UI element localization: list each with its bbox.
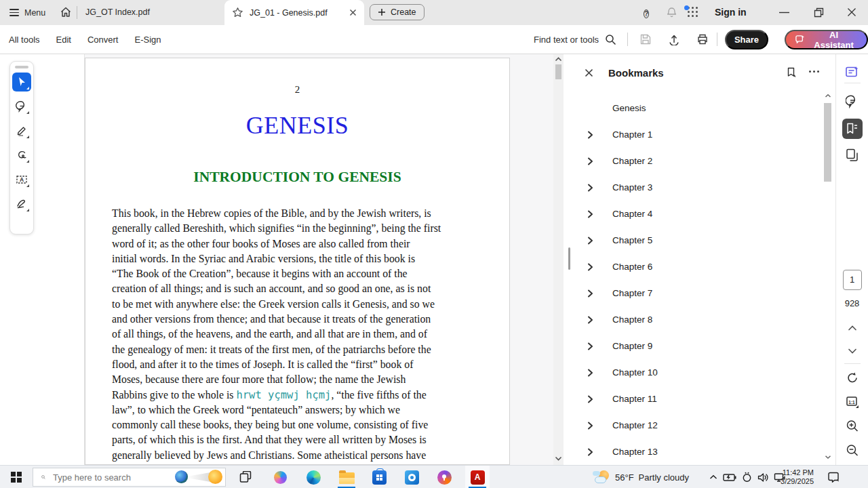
avast-button[interactable] — [435, 466, 454, 488]
tray-app-status[interactable] — [742, 466, 752, 488]
search-input[interactable] — [52, 472, 174, 483]
fill-sign-tool[interactable] — [12, 195, 31, 214]
current-page-input[interactable]: 1 — [843, 270, 862, 290]
bookmark-item[interactable]: Chapter 11 — [573, 386, 819, 412]
search-doodle-eclipse[interactable] — [174, 469, 224, 485]
convert-menu[interactable]: Convert — [87, 35, 119, 45]
ai-assistant-button[interactable]: AI Assistant — [785, 30, 868, 49]
bookmark-item[interactable]: Chapter 3 — [573, 174, 819, 201]
print-button[interactable] — [696, 33, 709, 45]
bookmark-item[interactable]: Chapter 7 — [573, 280, 819, 306]
scroll-up-icon[interactable] — [825, 94, 831, 98]
tray-expand-button[interactable] — [709, 466, 717, 488]
scroll-up-icon[interactable] — [555, 57, 562, 62]
weather-widget[interactable]: 56°F Partly cloudy — [593, 466, 689, 488]
select-text-tool[interactable]: A — [12, 170, 31, 189]
chevron-right-icon[interactable] — [587, 131, 595, 139]
acrobat-button[interactable]: A — [465, 466, 490, 488]
clock-widget[interactable]: 11:42 PM 3/29/2025 — [780, 466, 814, 488]
zoom-in-button[interactable] — [846, 420, 859, 432]
close-panel-button[interactable] — [585, 68, 593, 77]
tab-active-document[interactable]: JG_01 - Genesis.pdf — [224, 0, 364, 25]
select-tool[interactable] — [12, 73, 31, 92]
panel-options-button[interactable] — [809, 70, 819, 73]
task-view-button[interactable] — [236, 466, 255, 488]
battery-status[interactable] — [723, 466, 736, 488]
bookmark-item[interactable]: Chapter 9 — [573, 333, 819, 359]
scroll-down-icon[interactable] — [555, 456, 562, 461]
scrollbar-thumb[interactable] — [555, 64, 561, 79]
chevron-right-icon[interactable] — [587, 422, 595, 430]
volume-status[interactable] — [757, 466, 769, 488]
bookmark-item[interactable]: Chapter 1 — [573, 121, 819, 148]
scroll-down-icon[interactable] — [825, 455, 831, 460]
store-button[interactable] — [370, 466, 389, 488]
chevron-right-icon[interactable] — [587, 237, 595, 245]
tab-inactive-document[interactable]: JG_OT Index.pdf — [85, 0, 150, 25]
rotate-page-button[interactable] — [846, 371, 859, 384]
chevron-right-icon[interactable] — [587, 289, 595, 298]
help-button[interactable]: ? — [644, 7, 649, 19]
bookmark-item[interactable]: Chapter 6 — [573, 253, 819, 280]
chevron-right-icon[interactable] — [587, 263, 595, 271]
home-button[interactable] — [60, 6, 72, 18]
page-fit-button[interactable]: 1:1 — [846, 395, 859, 409]
scrollbar-thumb[interactable] — [824, 103, 831, 182]
menu-button[interactable]: Menu — [9, 0, 45, 25]
bookmark-item[interactable]: Chapter 4 — [573, 201, 819, 227]
create-button[interactable]: Create — [370, 4, 425, 20]
bookmark-item[interactable]: Chapter 8 — [573, 306, 819, 333]
draw-tool[interactable] — [12, 146, 31, 165]
file-explorer-button[interactable] — [336, 466, 357, 488]
panel-resize-grip[interactable] — [568, 247, 570, 270]
palette-drag-handle[interactable] — [15, 66, 28, 68]
all-tools-menu[interactable]: All tools — [9, 35, 40, 45]
bookmark-item[interactable]: Chapter 12 — [573, 412, 819, 439]
notifications-button[interactable] — [666, 7, 677, 18]
bookmarks-panel-button[interactable] — [842, 119, 863, 139]
star-icon[interactable] — [232, 7, 243, 18]
start-button[interactable] — [5, 466, 27, 488]
ai-assistant-panel-button[interactable] — [845, 66, 859, 79]
next-page-button[interactable] — [848, 348, 856, 354]
bookmark-item[interactable]: Chapter 10 — [573, 359, 819, 386]
close-window-button[interactable] — [847, 7, 856, 17]
comment-tool[interactable] — [12, 97, 31, 116]
page-thumbnails-button[interactable] — [846, 148, 859, 162]
document-scrollbar[interactable] — [553, 54, 564, 465]
copilot-button[interactable] — [271, 466, 290, 488]
share-button[interactable]: Share — [725, 30, 768, 49]
upload-cloud-button[interactable] — [668, 33, 680, 45]
chevron-right-icon[interactable] — [587, 184, 595, 192]
chevron-right-icon[interactable] — [587, 157, 595, 165]
action-center-button[interactable] — [827, 466, 840, 488]
add-bookmark-button[interactable] — [786, 67, 797, 79]
outlook-button[interactable] — [402, 466, 421, 488]
find-text-button[interactable]: Find text or tools — [534, 25, 616, 54]
tab-close-icon[interactable] — [349, 9, 357, 16]
chevron-right-icon[interactable] — [587, 316, 595, 324]
save-button[interactable] — [639, 33, 652, 45]
document-viewport[interactable]: 2 GENESIS INTRODUCTION TO GENESIS This b… — [85, 54, 553, 465]
edge-button[interactable] — [304, 466, 323, 488]
chevron-right-icon[interactable] — [587, 369, 595, 377]
chevron-right-icon[interactable] — [587, 210, 595, 218]
chevron-right-icon[interactable] — [587, 342, 595, 350]
comments-panel-button[interactable] — [846, 95, 859, 108]
bookmark-item[interactable]: Chapter 13 — [573, 439, 819, 465]
chevron-right-icon[interactable] — [587, 448, 595, 456]
esign-menu[interactable]: E-Sign — [134, 35, 161, 45]
highlight-tool[interactable] — [12, 121, 31, 140]
bookmark-item[interactable]: Chapter 5 — [573, 227, 819, 253]
bookmark-item[interactable]: Genesis — [573, 95, 819, 121]
taskbar-search[interactable] — [33, 468, 226, 487]
edit-menu[interactable]: Edit — [56, 35, 71, 45]
minimize-button[interactable] — [779, 12, 789, 14]
bookmark-item[interactable]: Chapter 2 — [573, 148, 819, 174]
zoom-out-button[interactable] — [846, 444, 859, 457]
previous-page-button[interactable] — [848, 325, 856, 331]
chevron-right-icon[interactable] — [587, 395, 595, 403]
restore-button[interactable] — [814, 7, 824, 18]
sign-in-button[interactable]: Sign in — [715, 0, 747, 25]
panel-scrollbar[interactable] — [823, 94, 832, 460]
